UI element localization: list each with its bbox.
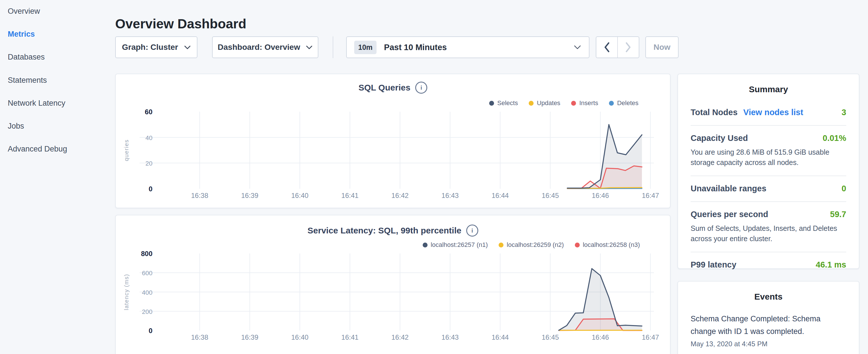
sql-queries-chart-card: SQL Queries i SelectsUpdatesInsertsDelet… bbox=[115, 74, 671, 208]
summary-value: 3 bbox=[842, 108, 846, 117]
svg-text:0: 0 bbox=[149, 327, 152, 334]
svg-text:16:38: 16:38 bbox=[191, 192, 208, 199]
summary-panel: Summary Total NodesView nodes list3Capac… bbox=[677, 74, 859, 269]
service-latency-chart[interactable]: 16:3816:3916:4016:4116:4216:4316:4416:45… bbox=[116, 215, 671, 354]
summary-row-queries-per-second: Queries per second59.7Sum of Selects, Up… bbox=[691, 201, 846, 252]
time-range-label: Past 10 Minutes bbox=[384, 43, 574, 52]
sql-queries-chart[interactable]: 16:3816:3916:4016:4116:4216:4316:4416:45… bbox=[116, 74, 671, 209]
svg-text:16:47: 16:47 bbox=[642, 192, 659, 199]
svg-text:16:42: 16:42 bbox=[392, 333, 409, 341]
svg-text:60: 60 bbox=[145, 108, 152, 116]
summary-value: 59.7 bbox=[830, 210, 846, 219]
svg-text:16:45: 16:45 bbox=[541, 192, 559, 199]
sidebar-item-overview[interactable]: Overview bbox=[8, 5, 40, 18]
chevron-down-icon bbox=[574, 45, 582, 50]
svg-text:0: 0 bbox=[149, 185, 152, 193]
summary-subtext: Sum of Selects, Updates, Inserts, and De… bbox=[691, 223, 846, 244]
sidebar-item-jobs[interactable]: Jobs bbox=[8, 120, 24, 132]
summary-label: Capacity Used bbox=[691, 133, 748, 143]
now-button[interactable]: Now bbox=[645, 36, 679, 58]
chevron-right-icon bbox=[625, 42, 631, 53]
summary-label: Queries per second bbox=[691, 210, 768, 219]
svg-text:16:42: 16:42 bbox=[392, 192, 409, 199]
time-nav-group bbox=[596, 36, 639, 58]
service-latency-chart-card: Service Latency: SQL, 99th percentile i … bbox=[115, 215, 671, 354]
summary-subtext: You are using 28.6 MiB of 515.9 GiB usab… bbox=[691, 147, 846, 167]
svg-text:600: 600 bbox=[142, 269, 152, 277]
svg-text:16:44: 16:44 bbox=[492, 192, 509, 199]
svg-text:16:39: 16:39 bbox=[241, 192, 258, 199]
event-item[interactable]: Schema Change Completed: Schema change w… bbox=[691, 313, 846, 348]
svg-text:16:38: 16:38 bbox=[191, 333, 208, 341]
summary-row-p99-latency: P99 latency46.1 ms bbox=[691, 252, 846, 278]
svg-text:16:47: 16:47 bbox=[642, 333, 659, 341]
summary-value: 0.01% bbox=[823, 133, 846, 143]
svg-text:200: 200 bbox=[142, 308, 152, 315]
view-nodes-list-link[interactable]: View nodes list bbox=[743, 108, 803, 117]
page-title: Overview Dashboard bbox=[115, 15, 246, 32]
summary-row-capacity-used: Capacity Used0.01%You are using 28.6 MiB… bbox=[691, 125, 846, 175]
summary-value: 0 bbox=[842, 184, 846, 193]
svg-text:20: 20 bbox=[146, 160, 152, 167]
event-text: Schema Change Completed: Schema change w… bbox=[691, 313, 846, 338]
svg-text:16:43: 16:43 bbox=[442, 333, 459, 341]
sidebar-item-statements[interactable]: Statements bbox=[8, 74, 47, 87]
now-button-label: Now bbox=[653, 43, 670, 52]
svg-text:16:41: 16:41 bbox=[341, 333, 359, 341]
svg-text:16:40: 16:40 bbox=[291, 192, 308, 199]
chevron-down-icon bbox=[184, 45, 191, 50]
svg-text:40: 40 bbox=[146, 134, 152, 141]
time-range-selector[interactable]: 10m Past 10 Minutes bbox=[346, 36, 589, 58]
svg-text:16:41: 16:41 bbox=[341, 192, 359, 199]
graph-scope-dropdown-label: Graph: Cluster bbox=[122, 43, 178, 52]
svg-text:16:43: 16:43 bbox=[442, 192, 459, 199]
controls-divider bbox=[333, 36, 333, 58]
events-panel: Events Schema Change Completed: Schema c… bbox=[677, 281, 859, 354]
svg-text:queries: queries bbox=[123, 139, 129, 161]
time-prev-button[interactable] bbox=[596, 37, 617, 58]
sidebar: OverviewMetricsDatabasesStatementsNetwor… bbox=[0, 0, 115, 354]
svg-text:16:44: 16:44 bbox=[492, 333, 509, 341]
svg-text:16:39: 16:39 bbox=[241, 333, 258, 341]
summary-row-unavailable-ranges: Unavailable ranges0 bbox=[691, 175, 846, 201]
svg-text:latency (ms): latency (ms) bbox=[123, 274, 129, 310]
summary-label: Unavailable ranges bbox=[691, 184, 766, 193]
sidebar-item-advanced-debug[interactable]: Advanced Debug bbox=[8, 142, 67, 155]
sidebar-item-network-latency[interactable]: Network Latency bbox=[8, 97, 65, 109]
svg-text:16:46: 16:46 bbox=[592, 192, 609, 199]
svg-text:400: 400 bbox=[142, 289, 152, 296]
sidebar-item-databases[interactable]: Databases bbox=[8, 51, 45, 63]
summary-row-total-nodes: Total NodesView nodes list3 bbox=[691, 100, 846, 125]
summary-value: 46.1 ms bbox=[816, 260, 846, 269]
summary-label: P99 latency bbox=[691, 260, 737, 269]
chevron-left-icon bbox=[604, 42, 610, 53]
summary-label: Total Nodes bbox=[691, 108, 738, 117]
dashboard-dropdown[interactable]: Dashboard: Overview bbox=[212, 36, 318, 58]
sidebar-item-metrics[interactable]: Metrics bbox=[8, 28, 35, 40]
svg-text:16:45: 16:45 bbox=[541, 333, 559, 341]
event-timestamp: May 13, 2020 at 4:45 PM bbox=[691, 340, 846, 348]
summary-title: Summary bbox=[691, 74, 846, 94]
svg-text:16:46: 16:46 bbox=[592, 333, 609, 341]
time-next-button[interactable] bbox=[618, 37, 639, 58]
svg-text:16:40: 16:40 bbox=[291, 333, 308, 341]
time-range-badge: 10m bbox=[354, 41, 376, 54]
svg-text:800: 800 bbox=[141, 250, 152, 257]
chevron-down-icon bbox=[306, 45, 313, 50]
graph-scope-dropdown[interactable]: Graph: Cluster bbox=[115, 36, 197, 58]
dashboard-dropdown-label: Dashboard: Overview bbox=[218, 43, 300, 52]
events-title: Events bbox=[691, 282, 846, 301]
